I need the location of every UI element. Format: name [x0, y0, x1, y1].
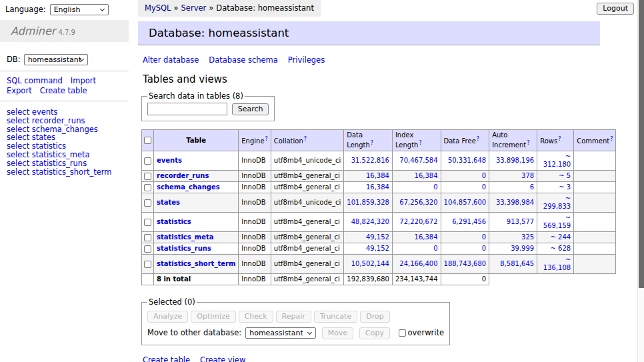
data-length-link[interactable]: 49,152 [366, 245, 389, 252]
bulk-action-button[interactable]: Analyze [147, 311, 188, 323]
sidebar-select-link[interactable]: select statistics_meta [7, 151, 129, 159]
auto-increment-link[interactable]: 325 [521, 233, 534, 241]
db-select[interactable]: homeassistant [24, 54, 88, 65]
help-link[interactable]: ? [610, 136, 613, 142]
app-version: 4.7.9 [58, 29, 75, 36]
help-link[interactable]: ? [419, 140, 421, 146]
search-input[interactable] [147, 103, 227, 115]
move-button[interactable]: Move [322, 327, 354, 339]
data-free-link[interactable]: 104,857,600 [444, 199, 487, 206]
breadcrumb-link-server[interactable]: Server [181, 3, 207, 13]
index-length-link[interactable]: 67,256,320 [399, 199, 437, 206]
data-free-link[interactable]: 188,743,680 [444, 260, 487, 267]
sidebar-select-link[interactable]: select statistics_runs [7, 159, 129, 168]
row-checkbox[interactable] [144, 219, 151, 226]
data-length-link[interactable]: 101,859,328 [347, 199, 389, 206]
sidebar-select-link[interactable]: select events [7, 108, 129, 117]
rows-count-link[interactable]: ~ 312,180 [543, 153, 571, 168]
bulk-action-button[interactable]: Optimize [191, 311, 235, 323]
overwrite-checkbox[interactable] [399, 329, 406, 337]
sidebar-select-link[interactable]: select recorder_runs [7, 117, 129, 125]
rows-count-link[interactable]: ~ 3 [559, 183, 571, 191]
create-table-link[interactable]: Create table [40, 86, 87, 95]
rows-count-link[interactable]: ~ 244 [551, 233, 571, 241]
row-checkbox[interactable] [144, 157, 151, 165]
select-all-checkbox[interactable] [144, 137, 151, 144]
data-length-link[interactable]: 10,502,144 [351, 260, 389, 267]
rows-count-link[interactable]: ~ 299,833 [543, 195, 571, 210]
logout-button[interactable]: Logout [597, 3, 634, 15]
sql-command-link[interactable]: SQL command [7, 76, 63, 85]
data-length-link[interactable]: 49,152 [366, 233, 389, 241]
data-length-link[interactable]: 48,824,320 [351, 218, 389, 225]
create-link[interactable]: Create table [143, 355, 190, 362]
row-checkbox[interactable] [144, 199, 151, 207]
rows-count-link[interactable]: ~ 569,159 [543, 214, 571, 229]
data-length-link[interactable]: 16,384 [366, 183, 389, 191]
help-link[interactable]: ? [558, 136, 561, 142]
help-link[interactable]: ? [304, 136, 307, 142]
data-free-link[interactable]: 0 [482, 183, 486, 191]
rows-count-link[interactable]: ~ 5 [559, 172, 571, 179]
help-link[interactable]: ? [265, 136, 268, 142]
auto-increment-link[interactable]: 8,581,645 [500, 260, 534, 267]
search-button[interactable]: Search [232, 103, 269, 115]
db-action-link[interactable]: Privileges [288, 55, 325, 65]
index-length-link[interactable]: 24,166,400 [399, 260, 437, 267]
auto-increment-link[interactable]: 6 [530, 183, 534, 191]
auto-increment-link[interactable]: 33,898,196 [496, 157, 534, 164]
row-checkbox[interactable] [144, 261, 151, 268]
help-link[interactable]: ? [527, 140, 529, 146]
table-name-link[interactable]: statistics_short_term [157, 260, 235, 267]
create-link[interactable]: Create view [200, 355, 245, 362]
bulk-action-button[interactable]: Check [239, 311, 273, 323]
table-name-link[interactable]: events [157, 157, 182, 164]
table-name-link[interactable]: statistics_runs [157, 245, 211, 252]
scrollbar[interactable] [637, 0, 644, 362]
data-free-link[interactable]: 0 [482, 245, 486, 252]
index-length-link[interactable]: 70,467,584 [399, 157, 437, 164]
row-checkbox[interactable] [144, 173, 151, 180]
data-length-link[interactable]: 16,384 [366, 172, 389, 179]
row-checkbox[interactable] [144, 184, 151, 191]
db-action-link[interactable]: Alter database [143, 55, 199, 65]
bulk-action-button[interactable]: Truncate [314, 311, 357, 323]
index-length-link[interactable]: 0 [433, 245, 437, 252]
data-length-link[interactable]: 31,522,816 [351, 157, 389, 164]
data-free-link[interactable]: 6,291,456 [452, 218, 486, 225]
sidebar-select-link[interactable]: select statistics_short_term [7, 168, 129, 177]
row-checkbox[interactable] [144, 245, 151, 253]
breadcrumb-link-mysql[interactable]: MySQL [145, 3, 171, 13]
help-link[interactable]: ? [477, 136, 479, 142]
auto-increment-link[interactable]: 378 [521, 172, 534, 179]
language-select[interactable]: English [50, 4, 109, 15]
import-link[interactable]: Import [71, 76, 96, 85]
db-action-link[interactable]: Database schema [209, 55, 277, 65]
bulk-action-button[interactable]: Repair [276, 311, 311, 323]
table-name-link[interactable]: statistics [157, 218, 191, 225]
copy-button[interactable]: Copy [359, 327, 390, 339]
table-name-link[interactable]: states [157, 199, 180, 206]
table-name-link[interactable]: schema_changes [157, 183, 220, 191]
adminer-logo[interactable]: Adminer [11, 25, 55, 37]
data-free-link[interactable]: 0 [482, 172, 486, 179]
row-checkbox[interactable] [144, 234, 151, 241]
rows-count-link[interactable]: ~ 628 [551, 245, 571, 252]
help-link[interactable]: ? [371, 140, 373, 146]
index-length-link[interactable]: 0 [433, 183, 437, 191]
auto-increment-link[interactable]: 33,398,984 [496, 199, 534, 206]
move-db-select[interactable]: homeassistant [245, 327, 316, 339]
table-name-link[interactable]: statistics_meta [157, 233, 213, 241]
rows-count-link[interactable]: ~ 136,108 [543, 256, 571, 271]
data-free-link[interactable]: 0 [482, 233, 486, 241]
bulk-action-button[interactable]: Drop [360, 311, 389, 323]
index-length-link[interactable]: 16,384 [415, 233, 438, 241]
table-name-link[interactable]: recorder_runs [157, 172, 209, 179]
index-length-link[interactable]: 72,220,672 [399, 218, 437, 225]
data-free-link[interactable]: 50,331,648 [448, 157, 486, 164]
export-link[interactable]: Export [7, 86, 32, 95]
auto-increment-link[interactable]: 913,577 [507, 218, 534, 225]
auto-increment-link[interactable]: 39,999 [511, 245, 534, 252]
scrollbar-thumb[interactable] [639, 0, 644, 288]
index-length-link[interactable]: 16,384 [415, 172, 438, 179]
